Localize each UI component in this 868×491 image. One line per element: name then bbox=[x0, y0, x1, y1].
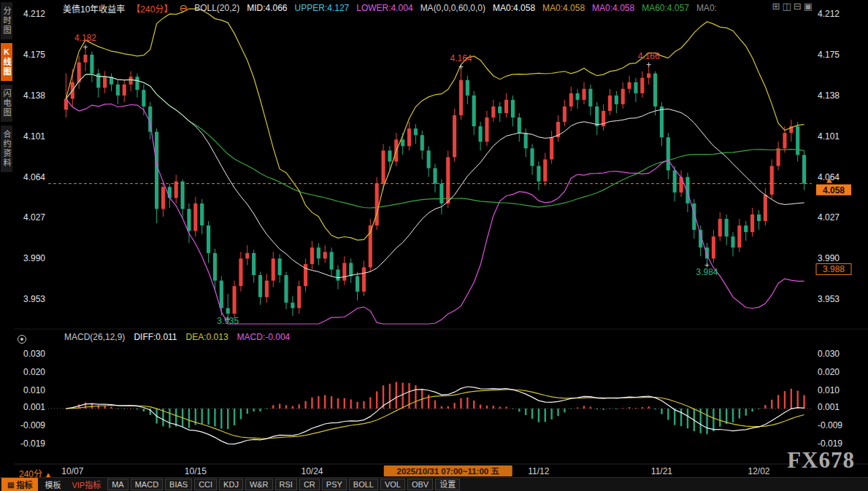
toolbar-button-9[interactable]: RSI bbox=[275, 479, 297, 490]
candle-body bbox=[673, 171, 677, 193]
macd-histogram-bar bbox=[745, 409, 747, 416]
sidebar-tab-0[interactable]: 分时图 bbox=[1, 2, 12, 39]
sidebar-tab-3[interactable]: 合约资料 bbox=[1, 125, 12, 172]
y-axis-label-right: 4.212 bbox=[818, 9, 840, 19]
candle-body bbox=[375, 184, 379, 225]
macd-histogram-bar bbox=[791, 389, 792, 409]
toolbar-button-5[interactable]: BIAS bbox=[165, 479, 192, 490]
candle-body bbox=[524, 133, 528, 148]
macd-axis-label-left: 0.001 bbox=[23, 402, 45, 412]
toolbar-button-14[interactable]: OBV bbox=[407, 479, 433, 490]
macd-histogram-bar bbox=[545, 409, 546, 422]
toolbar-button-2[interactable]: VIP指标 bbox=[67, 478, 105, 491]
y-axis-label-right: 4.101 bbox=[818, 131, 840, 142]
indicator-readouts: BOLL(20,2)MID:4.066UPPER:4.127LOWER:4.00… bbox=[194, 3, 718, 13]
macd-histogram-bar bbox=[279, 404, 280, 409]
toolbar-button-15[interactable]: 设置 bbox=[435, 479, 460, 490]
toolbar-button-11[interactable]: PSY bbox=[322, 479, 347, 490]
candle-body bbox=[518, 117, 521, 133]
toolbar-button-8[interactable]: W&R bbox=[245, 479, 273, 490]
macd-indicator-icon[interactable] bbox=[18, 335, 26, 344]
macd-histogram-bar bbox=[292, 406, 293, 409]
macd-histogram-bar bbox=[505, 407, 507, 409]
link-icon[interactable]: ⊖ bbox=[179, 2, 188, 14]
candle-body bbox=[330, 252, 334, 269]
indicator-value-3: LOWER:4.004 bbox=[356, 3, 412, 13]
candle-body bbox=[466, 80, 469, 96]
candle-body bbox=[783, 133, 786, 148]
macd-axis-label-right: 0.010 bbox=[818, 385, 840, 395]
macd-axis-label-right: 0.030 bbox=[818, 349, 840, 359]
macd-histogram-bar bbox=[648, 406, 649, 409]
candle-body bbox=[265, 281, 269, 298]
candle-body bbox=[226, 308, 230, 314]
macd-value-3: MACD:-0.004 bbox=[237, 332, 291, 342]
macd-histogram-bar bbox=[674, 409, 675, 425]
macd-histogram-bar bbox=[642, 407, 643, 409]
toolbar-button-3[interactable]: MA bbox=[107, 479, 128, 490]
indicator-value-0: BOLL(20,2) bbox=[194, 3, 239, 13]
sidebar-tab-1[interactable]: K线图 bbox=[1, 43, 12, 81]
toolbar-button-7[interactable]: KDJ bbox=[219, 479, 243, 490]
macd-histogram-bar bbox=[564, 409, 565, 412]
macd-histogram-bar bbox=[493, 406, 494, 409]
macd-histogram-bar bbox=[415, 385, 416, 409]
y-axis-label-right: 3.990 bbox=[818, 253, 840, 263]
macd-histogram-bar bbox=[389, 384, 391, 409]
macd-histogram-bar bbox=[441, 406, 442, 409]
candle-body bbox=[764, 195, 767, 221]
bottom-toolbar: ▤指标模板VIP指标MAMACDBIASCCIKDJW&RRSICRPSYBOL… bbox=[0, 477, 868, 491]
toolbar-button-12[interactable]: BOLL bbox=[349, 479, 378, 490]
candle-body bbox=[187, 209, 191, 231]
candle-body bbox=[90, 55, 93, 74]
candle-body bbox=[297, 286, 301, 308]
candle-body bbox=[550, 137, 553, 159]
x-axis-label: 10/07 bbox=[61, 466, 83, 476]
macd-histogram-bar bbox=[453, 403, 455, 409]
macd-histogram-bar bbox=[499, 407, 500, 409]
candle-body bbox=[491, 107, 495, 117]
macd-axis-label-left: -0.009 bbox=[20, 420, 45, 430]
candle-body bbox=[83, 55, 87, 63]
chart-canvas[interactable]: 4.2124.2124.1754.1754.1384.1384.1014.101… bbox=[0, 0, 868, 491]
window-layout-buttons: ⊞◫⊟▣ bbox=[772, 1, 813, 11]
macd-histogram-bar bbox=[706, 409, 707, 434]
layout-single-icon[interactable]: ▣ bbox=[804, 1, 813, 11]
toolbar-button-6[interactable]: CCI bbox=[194, 479, 217, 490]
layout-split-vertical-icon[interactable]: ◫ bbox=[783, 1, 791, 11]
toolbar-button-4[interactable]: MACD bbox=[131, 479, 163, 490]
candle-body bbox=[284, 275, 288, 303]
sidebar-tab-2[interactable]: 闪电图 bbox=[1, 85, 12, 122]
macd-histogram-bar bbox=[123, 409, 125, 409]
toolbar-button-13[interactable]: VOL bbox=[380, 479, 405, 490]
period-badge[interactable]: 【240分】 bbox=[131, 2, 172, 15]
layout-split-horizontal-icon[interactable]: ⊟ bbox=[794, 1, 802, 11]
candle-body bbox=[336, 269, 339, 280]
macd-histogram-bar bbox=[402, 383, 403, 409]
candle-body bbox=[388, 150, 391, 161]
candle-body bbox=[530, 148, 534, 166]
toolbar-button-1[interactable]: 模板 bbox=[40, 478, 65, 491]
macd-histogram-bar bbox=[466, 398, 468, 409]
y-axis-label-left: 4.064 bbox=[23, 172, 45, 182]
toolbar-button-0[interactable]: ▤指标 bbox=[1, 478, 38, 491]
candle-body bbox=[453, 115, 456, 157]
candle-body bbox=[725, 219, 729, 236]
macd-histogram-bar bbox=[299, 404, 300, 409]
macd-histogram-bar bbox=[777, 395, 779, 409]
toolbar-button-10[interactable]: CR bbox=[299, 479, 320, 490]
candle-body bbox=[647, 74, 650, 78]
macd-axis-label-left: 0.030 bbox=[23, 349, 45, 359]
candle-body bbox=[615, 96, 618, 104]
candle-body bbox=[712, 236, 715, 258]
macd-histogram-bar bbox=[771, 400, 772, 409]
layout-grid-icon[interactable]: ⊞ bbox=[772, 1, 780, 11]
high-annotation: 4.166 bbox=[638, 51, 660, 61]
macd-histogram-bar bbox=[130, 409, 131, 409]
candle-body bbox=[245, 253, 249, 259]
macd-histogram-bar bbox=[784, 391, 786, 409]
macd-histogram-bar bbox=[577, 408, 578, 409]
high-annotation: 4.182 bbox=[74, 33, 96, 43]
candle-body bbox=[608, 96, 612, 111]
y-axis-label-left: 4.027 bbox=[23, 212, 45, 223]
